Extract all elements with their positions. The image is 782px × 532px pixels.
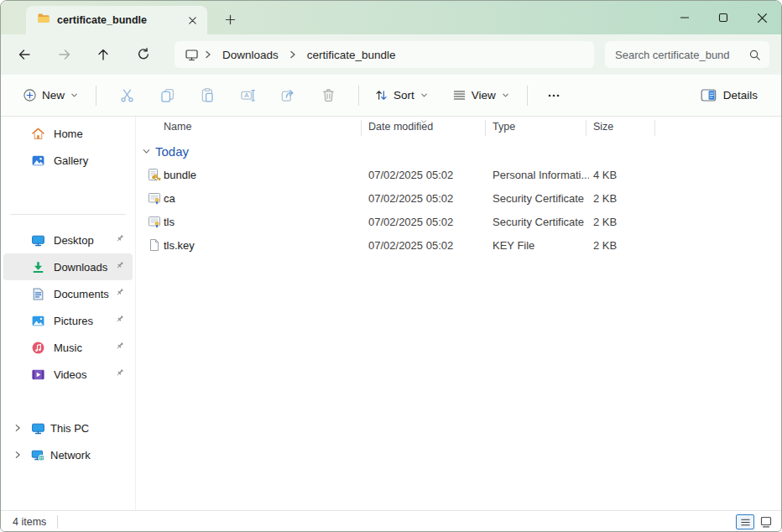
share-button[interactable] [268,81,308,111]
file-date-modified: 07/02/2025 05:02 [368,239,453,252]
file-type: Security Certificate [493,192,584,205]
file-row-tls-key[interactable]: tls.key 07/02/2025 05:02 KEY File 2 KB [136,233,673,257]
view-list-icon [452,88,467,102]
tab-close-icon[interactable] [182,10,202,30]
file-name[interactable]: bundle [164,169,196,181]
file-name[interactable]: tls [164,216,175,228]
sidebar-item-desktop[interactable]: Desktop [3,227,133,253]
sidebar-item-gallery[interactable]: Gallery [3,147,133,174]
view-button[interactable]: View [446,83,517,107]
delete-button[interactable] [308,81,348,111]
thumbnails-view-toggle[interactable] [757,514,775,529]
refresh-button[interactable] [129,40,158,69]
pin-icon [114,259,125,274]
search-input[interactable] [615,49,748,61]
sort-button[interactable]: Sort [368,83,435,107]
column-separator[interactable] [586,120,586,136]
details-pane-button[interactable]: Details [694,83,764,107]
breadcrumb-item-certificate-bundle[interactable]: certificate_bundle [302,46,401,64]
trash-icon [321,87,336,103]
sidebar-item-label: Network [50,449,91,462]
breadcrumb[interactable]: Downloads certificate_bundle [175,41,594,68]
clipboard-icon [200,87,216,103]
new-button[interactable]: New [16,83,86,107]
cut-button[interactable] [107,81,147,111]
copy-button[interactable] [147,81,187,111]
navigation-bar: Downloads certificate_bundle [1,34,781,75]
sidebar-item-label: Downloads [54,261,107,274]
column-separator[interactable] [485,120,486,136]
paste-button[interactable] [187,81,227,111]
column-separator[interactable] [654,120,655,136]
file-name[interactable]: tls.key [164,239,195,252]
group-label: Today [155,144,189,159]
key-file-icon [148,238,161,255]
sidebar-spacer [1,388,135,415]
details-view-toggle[interactable] [736,514,754,529]
share-icon [280,87,296,103]
this-pc-icon [31,421,45,436]
sidebar-item-documents[interactable]: Documents [3,280,133,307]
file-row-bundle[interactable]: bundle 07/02/2025 05:02 Personal Informa… [136,163,673,186]
file-date-modified: 07/02/2025 05:02 [368,216,453,228]
sidebar-item-music[interactable]: Music [3,334,133,361]
sidebar-item-this-pc[interactable]: This PC [3,415,133,441]
desktop-icon [31,233,45,248]
new-tab-button[interactable] [217,8,242,30]
file-date-modified: 07/02/2025 05:02 [368,169,453,181]
details-pane-icon [701,88,717,102]
forward-button[interactable] [50,40,79,69]
desktop-monitor-icon[interactable] [185,48,199,62]
file-type: KEY File [493,239,534,252]
pin-icon [114,313,125,328]
window-controls [665,1,781,34]
sidebar-spacer [1,174,135,214]
group-header-today[interactable]: Today [136,140,189,162]
column-separator[interactable] [361,120,362,136]
sidebar-item-network[interactable]: Network [3,441,133,468]
chevron-right-icon[interactable] [13,450,23,460]
copy-icon [159,87,175,103]
close-button[interactable] [743,1,781,34]
main-area: Home Gallery Desktop Downloads Docume [1,117,781,510]
search-box[interactable] [605,41,769,68]
network-icon [31,448,45,462]
tab-title: certificate_bundle [57,14,175,26]
sidebar-item-downloads[interactable]: Downloads [3,253,133,280]
file-size: 2 KB [593,192,617,205]
sidebar-item-pictures[interactable]: Pictures [3,307,133,334]
rename-button[interactable]: A [227,81,268,111]
more-options-button[interactable] [538,81,570,111]
sidebar-item-label: This PC [50,422,89,435]
minimize-button[interactable] [665,1,704,34]
explorer-tab[interactable]: certificate_bundle [26,6,207,34]
sidebar-item-label: Gallery [54,154,88,167]
back-button[interactable] [10,40,39,69]
home-icon [31,127,45,141]
file-row-ca[interactable]: ca 07/02/2025 05:02 Security Certificate… [136,186,673,210]
column-header-date-modified[interactable]: Date modified [368,121,433,133]
chevron-right-icon [287,49,299,60]
pin-icon [114,232,125,248]
up-button[interactable] [89,40,117,69]
maximize-button[interactable] [704,1,743,34]
plus-circle-icon [23,88,37,102]
sidebar-spacer [1,215,135,227]
column-header-type[interactable]: Type [493,121,515,133]
toolbar-divider [527,86,528,106]
chevron-down-icon[interactable] [141,146,152,157]
search-icon[interactable] [748,49,761,61]
column-header-name[interactable]: Name [164,121,191,133]
sidebar-item-label: Home [54,128,83,140]
rename-icon: A [240,87,256,103]
sidebar-item-home[interactable]: Home [3,120,133,147]
folder-icon [37,12,50,29]
pfx-certificate-icon [148,168,161,185]
titlebar[interactable]: certificate_bundle [1,1,781,34]
breadcrumb-item-downloads[interactable]: Downloads [217,46,284,64]
sidebar-item-videos[interactable]: Videos [3,361,133,388]
file-row-tls[interactable]: tls 07/02/2025 05:02 Security Certificat… [136,210,673,233]
file-name[interactable]: ca [164,192,175,205]
chevron-right-icon[interactable] [13,423,23,433]
column-header-size[interactable]: Size [593,121,613,133]
